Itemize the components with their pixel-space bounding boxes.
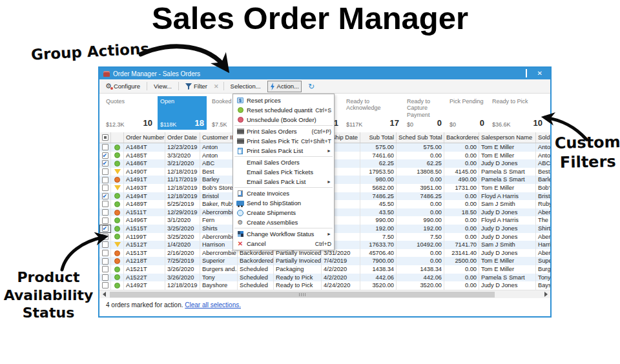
cell-order_number[interactable]: A1511T — [124, 208, 165, 217]
action-button[interactable]: Action... — [267, 81, 302, 92]
cell-sub_total[interactable]: 442.06 — [360, 274, 397, 282]
cell-workflow_status[interactable]: Packaging — [274, 265, 322, 274]
menu-item-create-invoices[interactable]: Create Invoices — [233, 188, 334, 198]
cell-sched_sub_total[interactable]: 0.00 — [397, 208, 444, 217]
menu-item-send-to-shipstation[interactable]: Send to ShipStation — [233, 198, 334, 208]
cell-sold_to[interactable]: Ruby Bak — [536, 200, 550, 208]
cell-avail[interactable] — [111, 200, 124, 208]
cell-sold_to[interactable]: Abercror — [536, 249, 550, 258]
cell-sched_sub_total[interactable]: 442.06 — [397, 274, 444, 282]
cell-order_number[interactable]: A1513T — [124, 249, 165, 258]
cell-order_date[interactable]: 3/3/2020 — [165, 152, 200, 160]
cell-sel[interactable] — [99, 225, 111, 233]
cell-order_date[interactable]: 2/16/2020 — [165, 249, 200, 258]
cell-order_number[interactable]: A1493T — [124, 184, 165, 192]
cell-sched_ship_date[interactable]: 4/24/2020 — [322, 281, 360, 290]
cell-sub_total[interactable]: 17633.70 — [360, 241, 397, 249]
cell-sel[interactable] — [99, 184, 111, 192]
cell-sold_to[interactable]: Tony's Pi — [536, 274, 550, 282]
cell-sold_to[interactable]: Harrison — [536, 241, 550, 249]
cell-sched_sub_total[interactable]: 192.00 — [397, 225, 444, 233]
column-header-avail[interactable] — [111, 132, 124, 143]
column-header-order_date[interactable]: Order Date — [165, 132, 200, 143]
cell-sold_to[interactable]: Abercror — [536, 233, 550, 241]
cell-order_number[interactable]: A1484T — [124, 143, 165, 152]
menu-item-print-sales-pack-list[interactable]: Print Sales Pack List► — [233, 146, 334, 156]
column-header-order_number[interactable]: Order Number — [124, 132, 165, 143]
row-checkbox[interactable] — [102, 152, 108, 159]
cell-salesperson[interactable]: Judy D Jones — [479, 249, 536, 258]
menu-item-email-sales-orders[interactable]: Email Sales Orders — [233, 157, 334, 167]
cell-order_date[interactable]: 12/18/2019 — [165, 281, 200, 290]
cell-sub_total[interactable]: 7461.60 — [360, 152, 397, 160]
cell-sold_to[interactable]: Bayshore — [536, 281, 550, 290]
cell-sub_total[interactable]: 7900.00 — [360, 257, 397, 265]
cell-sub_total[interactable]: 62.25 — [360, 159, 397, 168]
cell-avail[interactable] — [111, 257, 124, 265]
menu-item-reset-prices[interactable]: $Reset prices — [233, 96, 334, 105]
cell-salesperson[interactable]: Judy D Jones — [479, 159, 536, 168]
cell-backordered[interactable]: 0.00 — [444, 216, 479, 225]
row-checkbox[interactable] — [102, 144, 108, 150]
cell-salesperson[interactable]: Judy D Jones — [479, 208, 536, 217]
cell-order_number[interactable]: A1522T — [124, 274, 165, 282]
cell-backordered[interactable]: 2500.00 — [444, 257, 479, 265]
cell-order_number[interactable]: A1218T — [124, 257, 165, 265]
configure-button[interactable]: ⚙ Configure — [103, 81, 142, 91]
cell-sched_ship_date[interactable]: 4/2/2020 — [322, 265, 360, 274]
menu-item-email-sales-pack-list[interactable]: Email Sales Pack List► — [233, 177, 334, 187]
cell-backordered[interactable]: 0.00 — [444, 200, 479, 208]
filter-tile-ready-to-acknowledge[interactable]: Ready to Acknowledge$117K17 — [344, 96, 402, 130]
cell-backordered[interactable]: 7141.70 — [444, 241, 479, 249]
cell-avail[interactable] — [111, 184, 124, 192]
row-checkbox[interactable] — [102, 185, 108, 191]
filter-button[interactable]: Filter — [183, 81, 209, 91]
close-button-icon[interactable]: ✕ — [537, 70, 542, 77]
cell-workflow_status[interactable]: Ready to Pick — [274, 274, 322, 282]
cell-order_number[interactable]: A1485T — [124, 152, 165, 160]
cell-avail[interactable] — [111, 143, 124, 152]
cell-order_number[interactable]: A1199T — [124, 233, 165, 241]
cell-salesperson[interactable]: Tom E Miller — [479, 184, 536, 192]
cell-order_date[interactable]: 3/26/2020 — [165, 274, 200, 282]
cell-customer_id[interactable]: Bayshore — [200, 281, 238, 290]
cell-order_date[interactable]: 12/29/2019 — [165, 208, 200, 217]
row-checkbox[interactable] — [102, 274, 108, 281]
cell-sold_to[interactable]: Anton's, — [536, 152, 550, 160]
scrollbar-thumb[interactable] — [110, 292, 495, 298]
cell-backordered[interactable]: 0.00 — [444, 265, 479, 274]
cell-backordered[interactable]: 0.00 — [444, 152, 479, 160]
column-header-sub_total[interactable]: Sub Total — [360, 132, 397, 143]
cell-sel[interactable] — [99, 216, 111, 225]
cell-order_date[interactable]: 12/18/2019 — [165, 184, 200, 192]
cell-sub_total[interactable]: 7486.25 — [360, 192, 397, 201]
cell-avail[interactable] — [111, 216, 124, 225]
cell-sold_to[interactable]: Bristol H — [536, 192, 550, 201]
cell-sel[interactable] — [99, 274, 111, 282]
cell-sel[interactable] — [99, 257, 111, 265]
cell-sub_total[interactable]: 1438.34 — [360, 265, 397, 274]
cell-sold_to[interactable]: ABC Serv — [536, 159, 550, 168]
row-checkbox[interactable] — [102, 234, 108, 240]
cell-backordered[interactable]: 1731.00 — [444, 184, 479, 192]
cell-salesperson[interactable]: Judy D Jones — [479, 281, 536, 290]
cell-sold_to[interactable]: Superior — [536, 257, 550, 265]
cell-sched_sub_total[interactable]: 62.25 — [397, 159, 444, 168]
cell-workflow[interactable]: Scheduled — [238, 274, 274, 282]
cell-sel[interactable] — [99, 143, 111, 152]
cell-sold_to[interactable]: Anton's, — [536, 143, 550, 152]
table-row[interactable]: A1492T12/18/2019BayshoreScheduledReady t… — [99, 281, 550, 290]
cell-sched_ship_date[interactable]: 4/2/2020 — [322, 274, 360, 282]
cell-avail[interactable] — [111, 168, 124, 176]
scroll-left-icon[interactable] — [99, 290, 108, 298]
cell-salesperson[interactable]: Judy D Jones — [479, 225, 536, 233]
menu-item-create-shipments[interactable]: Create Shipments — [233, 208, 334, 217]
menu-item-unschedule-book-order[interactable]: Unschedule (Book Order) — [233, 115, 334, 125]
cell-sched_sub_total[interactable]: 575.00 — [397, 143, 444, 152]
menu-item-print-sales-orders[interactable]: Print Sales Orders(Ctrl+P) — [233, 126, 334, 136]
cell-sched_sub_total[interactable]: 990.00 — [397, 216, 444, 225]
cell-avail[interactable] — [111, 192, 124, 201]
cell-order_date[interactable]: 3/25/2020 — [165, 225, 200, 233]
cell-avail[interactable] — [111, 233, 124, 241]
cell-order_number[interactable]: A1496T — [124, 216, 165, 225]
